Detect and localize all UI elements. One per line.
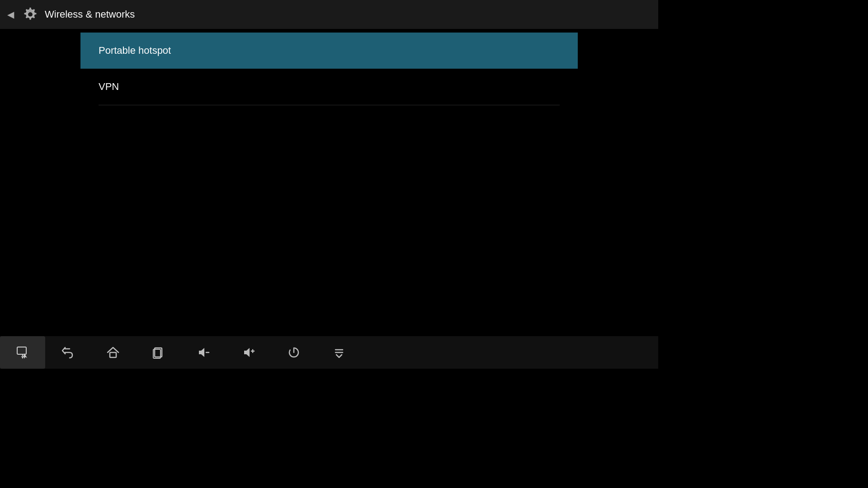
svg-rect-1 <box>17 347 26 354</box>
home-button[interactable] <box>90 336 136 369</box>
menu-item-portable-hotspot[interactable]: Portable hotspot <box>80 33 578 69</box>
back-button[interactable] <box>45 336 90 369</box>
svg-marker-9 <box>244 348 250 357</box>
app-header: ◀ Wireless & networks <box>0 0 658 29</box>
page-title: Wireless & networks <box>45 9 135 20</box>
svg-rect-4 <box>110 352 116 357</box>
svg-marker-7 <box>199 348 204 357</box>
recents-button[interactable] <box>136 336 181 369</box>
bottom-navigation-bar <box>0 336 658 369</box>
menu-item-vpn[interactable]: VPN <box>80 69 578 105</box>
volume-up-button[interactable] <box>226 336 271 369</box>
settings-gear-icon <box>21 5 39 23</box>
power-button[interactable] <box>271 336 316 369</box>
screenshot-button[interactable] <box>0 336 45 369</box>
content-area: Portable hotspot VPN <box>80 29 578 105</box>
menu-down-button[interactable] <box>316 336 362 369</box>
volume-down-button[interactable] <box>181 336 226 369</box>
back-arrow-icon[interactable]: ◀ <box>7 9 14 20</box>
menu-divider <box>99 105 560 105</box>
